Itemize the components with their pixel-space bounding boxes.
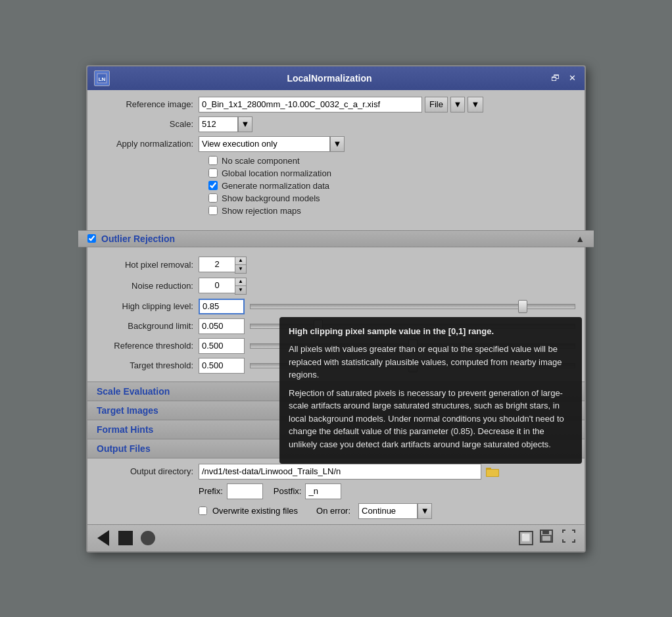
restore-icon[interactable]: 🗗 (549, 72, 561, 84)
show-rejection-checkbox[interactable] (208, 206, 218, 215)
show-background-row: Show background models (97, 193, 575, 203)
output-directory-label: Output directory: (97, 466, 199, 476)
show-rejection-label: Show rejection maps (222, 206, 301, 216)
target-threshold-input[interactable] (199, 358, 245, 374)
noise-reduction-spin-down[interactable]: ▼ (235, 286, 246, 294)
background-limit-slider[interactable] (250, 324, 575, 329)
high-clipping-container: High clipping level: High clipping pixel… (97, 299, 575, 314)
expand-icon: ⬜ (521, 533, 531, 542)
run-triangle-icon (97, 530, 109, 546)
output-directory-input[interactable] (199, 464, 481, 480)
stop-square-icon (118, 531, 133, 545)
hot-pixel-spinbox: ▲ ▼ (199, 257, 247, 274)
background-limit-input[interactable] (199, 318, 245, 334)
show-background-label: Show background models (222, 193, 320, 203)
outlier-rejection-header-left: Outlier Rejection (87, 234, 175, 244)
high-clipping-row: High clipping level: (97, 299, 575, 314)
background-limit-label: Background limit: (97, 321, 199, 331)
reference-image-label: Reference image: (97, 99, 199, 109)
fullscreen-icon (562, 529, 576, 547)
circle-icon (141, 531, 155, 545)
file-dropdown-arrow[interactable]: ▼ (450, 97, 465, 112)
noise-reduction-row: Noise reduction: ▲ ▼ (97, 278, 575, 295)
reference-image-input[interactable] (199, 97, 422, 112)
outlier-rejection-title: Outlier Rejection (101, 234, 175, 244)
target-threshold-slider[interactable] (250, 363, 575, 368)
on-error-input[interactable] (358, 503, 418, 519)
svg-rect-4 (487, 470, 498, 476)
run-button[interactable] (94, 529, 112, 547)
reference-image-down-arrow[interactable]: ▼ (468, 97, 483, 112)
prefix-postfix-row: Prefix: Postfix: (97, 483, 575, 499)
window-content: Reference image: File ▼ ▼ Scale: ▼ (87, 90, 585, 225)
generate-data-row: Generate normalization data (97, 181, 575, 191)
reference-image-row: Reference image: File ▼ ▼ (97, 97, 575, 112)
hot-pixel-spin-down[interactable]: ▼ (235, 265, 246, 273)
hot-pixel-row: Hot pixel removal: ▲ ▼ (97, 257, 575, 274)
hot-pixel-spinbtns: ▲ ▼ (235, 257, 247, 274)
noise-reduction-input[interactable] (199, 278, 235, 293)
show-rejection-row: Show rejection maps (97, 206, 575, 216)
reference-threshold-slider-container (250, 343, 575, 349)
overwrite-label: Overwrite existing files (212, 506, 298, 516)
show-background-checkbox[interactable] (208, 193, 218, 203)
save-button[interactable] (537, 529, 556, 547)
target-images-section: Target Images (87, 401, 585, 420)
noise-reduction-spin-up[interactable]: ▲ (235, 278, 246, 286)
output-files-header: Output Files (87, 439, 585, 458)
file-button[interactable]: File (425, 97, 448, 112)
dropdown-arrow-icon: ▼ (454, 99, 462, 109)
close-icon[interactable]: ✕ (566, 72, 578, 84)
on-error-dropdown-arrow[interactable]: ▼ (418, 503, 432, 519)
fullscreen-button[interactable] (560, 529, 578, 547)
title-bar: LN LocalNormalization 🗗 ✕ (87, 66, 585, 90)
svg-rect-7 (542, 535, 551, 541)
reference-image-controls: File ▼ ▼ (199, 97, 483, 112)
scale-dropdown-arrow[interactable]: ▼ (238, 116, 252, 132)
high-clipping-input[interactable] (199, 299, 245, 314)
overwrite-checkbox[interactable] (199, 506, 207, 515)
high-clipping-slider[interactable] (250, 304, 575, 309)
overwrite-row: Overwrite existing files On error: ▼ (97, 503, 575, 519)
footer-left (94, 529, 157, 547)
reference-threshold-row: Reference threshold: (97, 338, 575, 354)
on-error-arrow-icon: ▼ (421, 506, 429, 516)
folder-icon[interactable] (484, 464, 501, 480)
no-scale-checkbox[interactable] (208, 156, 218, 165)
scale-label: Scale: (97, 119, 199, 129)
outlier-rejection-collapse-icon[interactable]: ▲ (575, 234, 585, 244)
svg-text:LN: LN (99, 76, 106, 82)
scale-input[interactable] (199, 116, 238, 132)
generate-data-checkbox[interactable] (208, 181, 218, 190)
reference-threshold-slider[interactable] (250, 343, 575, 349)
output-files-title: Output Files (97, 443, 151, 454)
apply-dropdown-arrow[interactable]: ▼ (330, 136, 345, 152)
outlier-rejection-enable-checkbox[interactable] (87, 234, 96, 243)
apply-normalization-row: Apply normalization: ▼ (97, 136, 575, 152)
prefix-input[interactable] (227, 483, 263, 499)
hot-pixel-spin-up[interactable]: ▲ (235, 257, 246, 265)
expand-button[interactable]: ⬜ (519, 531, 533, 545)
global-location-label: Global location normalization (222, 168, 331, 178)
apply-normalization-select: ▼ (199, 136, 345, 152)
global-location-row: Global location normalization (97, 168, 575, 178)
scale-evaluation-section: Scale Evaluation (87, 382, 585, 401)
global-location-checkbox[interactable] (208, 168, 218, 178)
high-clipping-slider-container (250, 304, 575, 309)
app-logo: LN (94, 70, 110, 86)
on-error-label: On error: (316, 506, 350, 516)
save-icon (539, 529, 554, 547)
output-directory-row: Output directory: (97, 464, 575, 480)
reference-threshold-input[interactable] (199, 338, 245, 354)
circle-button[interactable] (139, 529, 157, 547)
apply-normalization-input[interactable] (199, 136, 330, 152)
scale-select: ▼ (199, 116, 252, 132)
hot-pixel-input[interactable] (199, 257, 235, 272)
footer-right: ⬜ (519, 529, 578, 547)
target-threshold-label: Target threshold: (97, 360, 199, 370)
stop-button[interactable] (116, 529, 135, 547)
target-threshold-row: Target threshold: (97, 358, 575, 374)
target-threshold-slider-container (250, 363, 575, 368)
postfix-input[interactable] (305, 483, 341, 499)
target-images-title: Target Images (97, 405, 158, 416)
